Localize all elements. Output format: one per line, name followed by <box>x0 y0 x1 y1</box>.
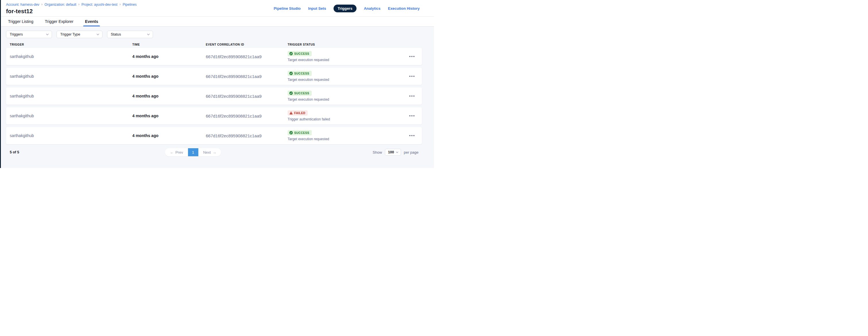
nav-item-input-sets[interactable]: Input Sets <box>308 6 327 11</box>
trigger-status-cell: SUCCESS Target execution requested <box>288 71 405 82</box>
per-page-label: per page <box>404 150 418 155</box>
table-header-row: TRIGGER TIME EVENT CORRELATION ID TRIGGE… <box>6 43 422 46</box>
check-circle-icon <box>289 72 293 75</box>
tab-trigger-explorer[interactable]: Trigger Explorer <box>45 16 73 26</box>
trigger-tabs: Trigger Listing Trigger Explorer Events <box>0 16 434 27</box>
nav-item-pipeline-studio[interactable]: Pipeline Studio <box>274 6 301 11</box>
tab-trigger-listing[interactable]: Trigger Listing <box>8 16 33 26</box>
arrow-left-icon: ← <box>170 150 174 155</box>
filter-bar: Triggers Trigger Type Status <box>0 31 434 38</box>
row-more-options-icon[interactable] <box>409 113 415 118</box>
pipeline-top-nav: Pipeline Studio Input Sets Triggers Anal… <box>274 5 420 12</box>
trigger-name: sarthakgithub <box>10 94 132 98</box>
column-header-trigger: TRIGGER <box>10 43 132 46</box>
event-correlation-id: 667d16f2ec895908821c1aa9 <box>206 54 288 59</box>
status-label: SUCCESS <box>294 52 309 55</box>
table-row: sarthakgithub 4 months ago 667d16f2ec895… <box>6 88 422 105</box>
event-time: 4 months ago <box>132 133 206 138</box>
status-label: SUCCESS <box>294 72 309 75</box>
row-more-options-icon[interactable] <box>409 74 415 78</box>
page-size-value: 100 <box>388 150 394 154</box>
triggers-filter-dropdown[interactable]: Triggers <box>6 31 52 38</box>
status-badge: SUCCESS <box>288 130 312 135</box>
status-badge: SUCCESS <box>288 91 312 96</box>
status-label: SUCCESS <box>294 92 309 95</box>
page-header: Account: harness-dev › Organization: def… <box>0 0 434 16</box>
nav-item-triggers[interactable]: Triggers <box>334 5 356 12</box>
trigger-status-cell: SUCCESS Target execution requested <box>288 130 405 141</box>
event-time: 4 months ago <box>132 74 206 78</box>
trigger-name: sarthakgithub <box>10 133 132 138</box>
event-time: 4 months ago <box>132 54 206 59</box>
row-more-options-icon[interactable] <box>409 94 415 98</box>
nav-item-execution-history[interactable]: Execution History <box>388 6 420 11</box>
trigger-type-filter-dropdown[interactable]: Trigger Type <box>57 31 102 38</box>
status-label: SUCCESS <box>294 131 309 134</box>
table-row: sarthakgithub 4 months ago 667d16f2ec895… <box>6 68 422 85</box>
status-message: Target execution requested <box>288 137 329 141</box>
breadcrumb-separator-icon: › <box>79 2 80 6</box>
status-badge: SUCCESS <box>288 71 312 76</box>
trigger-status-cell: FAILED Trigger authentication failed <box>288 110 405 121</box>
event-correlation-id: 667d16f2ec895908821c1aa9 <box>206 94 288 99</box>
breadcrumb-separator-icon: › <box>41 2 42 6</box>
breadcrumb-link-project[interactable]: Project: ayushi-dev-test <box>82 3 117 7</box>
table-row: sarthakgithub 4 months ago 667d16f2ec895… <box>6 107 422 125</box>
chevron-down-icon <box>96 34 99 35</box>
row-more-options-icon[interactable] <box>409 54 415 59</box>
event-time: 4 months ago <box>132 94 206 98</box>
status-message: Target execution requested <box>288 78 329 82</box>
status-filter-dropdown[interactable]: Status <box>107 31 153 38</box>
column-header-trigger-status: TRIGGER STATUS <box>288 43 405 46</box>
prev-page-button[interactable]: ← Prev <box>165 148 188 156</box>
trigger-type-filter-label: Trigger Type <box>60 32 80 36</box>
result-count: 5 of 5 <box>10 150 19 154</box>
page-number-button[interactable]: 1 <box>188 148 198 156</box>
status-label: FAILED <box>294 111 305 115</box>
status-message: Trigger authentication failed <box>288 117 330 121</box>
arrow-right-icon: → <box>212 150 216 155</box>
table-row: sarthakgithub 4 months ago 667d16f2ec895… <box>6 127 422 144</box>
breadcrumb-link-pipelines[interactable]: Pipelines <box>123 3 136 7</box>
status-message: Target execution requested <box>288 98 329 101</box>
event-correlation-id: 667d16f2ec895908821c1aa9 <box>206 133 288 138</box>
nav-item-analytics[interactable]: Analytics <box>364 6 381 11</box>
event-time: 4 months ago <box>132 113 206 118</box>
event-correlation-id: 667d16f2ec895908821c1aa9 <box>206 113 288 119</box>
breadcrumb-link-organization[interactable]: Organization: default <box>44 3 76 7</box>
column-header-time: TIME <box>132 43 206 46</box>
breadcrumb-link-account[interactable]: Account: harness-dev <box>6 3 39 7</box>
warning-icon <box>289 111 293 115</box>
breadcrumb-separator-icon: › <box>119 2 121 6</box>
tab-events[interactable]: Events <box>85 16 98 26</box>
status-message: Target execution requested <box>288 58 329 62</box>
check-circle-icon <box>289 52 293 55</box>
trigger-status-cell: SUCCESS Target execution requested <box>288 91 405 101</box>
pagination: ← Prev 1 Next → <box>165 148 221 156</box>
trigger-name: sarthakgithub <box>10 113 132 118</box>
status-badge: FAILED <box>288 110 308 115</box>
collapsed-side-nav-rail[interactable] <box>0 0 1 168</box>
check-circle-icon <box>289 92 293 95</box>
trigger-name: sarthakgithub <box>10 54 132 59</box>
triggers-filter-label: Triggers <box>10 32 23 36</box>
next-page-button[interactable]: Next → <box>198 148 221 156</box>
column-header-event-correlation-id: EVENT CORRELATION ID <box>206 43 288 46</box>
row-more-options-icon[interactable] <box>409 133 415 138</box>
chevron-down-icon <box>46 34 49 35</box>
table-row: sarthakgithub 4 months ago 667d16f2ec895… <box>6 48 422 65</box>
page-size-dropdown[interactable]: 100 <box>385 149 401 156</box>
show-label: Show <box>373 150 382 155</box>
trigger-status-cell: SUCCESS Target execution requested <box>288 51 405 62</box>
page-size-control: Show 100 per page <box>373 149 418 156</box>
events-content: Triggers Trigger Type Status TRIGGER TIM… <box>0 27 434 168</box>
trigger-name: sarthakgithub <box>10 74 132 78</box>
status-badge: SUCCESS <box>288 51 312 56</box>
event-correlation-id: 667d16f2ec895908821c1aa9 <box>206 74 288 79</box>
check-circle-icon <box>289 131 293 134</box>
table-footer: 5 of 5 ← Prev 1 Next → Show 100 per page <box>0 148 434 156</box>
status-filter-label: Status <box>111 32 121 36</box>
chevron-down-icon <box>396 152 398 153</box>
chevron-down-icon <box>147 34 150 35</box>
